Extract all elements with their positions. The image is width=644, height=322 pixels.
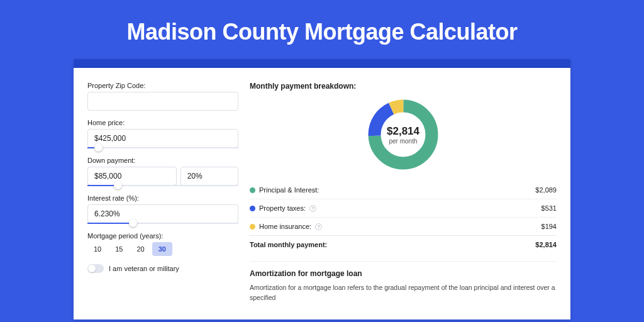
veteran-label: I am veteran or military (109, 265, 179, 272)
legend-dot-icon (250, 187, 255, 193)
period-option-10[interactable]: 10 (87, 242, 108, 256)
legend-row: Principal & Interest:$2,089 (250, 181, 557, 199)
period-label: Mortgage period (years): (87, 232, 238, 240)
total-label: Total monthly payment: (250, 241, 327, 248)
legend-label: Home insurance: (259, 223, 311, 230)
interest-rate-input[interactable] (87, 204, 238, 223)
amortization-heading: Amortization for mortgage loan (250, 269, 557, 278)
legend-amount: $194 (541, 223, 557, 230)
period-options: 10152030 (87, 242, 238, 256)
veteran-toggle[interactable] (87, 264, 104, 273)
breakdown-heading: Monthly payment breakdown: (250, 82, 557, 91)
calculator-card: Property Zip Code: Home price: Down paym… (74, 59, 570, 319)
legend-dot-icon (250, 224, 255, 230)
form-panel: Property Zip Code: Home price: Down paym… (87, 82, 238, 319)
info-icon[interactable]: ? (309, 205, 316, 212)
zip-input[interactable] (87, 92, 238, 111)
breakdown-donut-chart: $2,814 per month (365, 97, 441, 172)
down-payment-slider[interactable] (87, 185, 238, 186)
period-option-30[interactable]: 30 (152, 242, 172, 256)
down-payment-label: Down payment: (87, 157, 238, 164)
legend-amount: $2,089 (535, 186, 557, 194)
zip-label: Property Zip Code: (87, 82, 238, 89)
legend-total-row: Total monthly payment:$2,814 (250, 235, 557, 253)
donut-total: $2,814 (387, 125, 419, 138)
period-option-15[interactable]: 15 (109, 242, 129, 256)
legend-dot-icon (250, 206, 255, 211)
amortization-text: Amortization for a mortgage loan refers … (250, 283, 557, 303)
breakdown-panel: Monthly payment breakdown: $2,814 per mo… (250, 82, 557, 319)
down-payment-percent-input[interactable] (180, 167, 238, 186)
legend-amount: $531 (541, 204, 557, 212)
legend-row: Property taxes:?$531 (250, 199, 557, 217)
donut-subtext: per month (389, 138, 417, 145)
home-price-slider[interactable] (87, 147, 238, 148)
home-price-label: Home price: (87, 119, 238, 126)
period-option-20[interactable]: 20 (131, 242, 151, 256)
home-price-input[interactable] (87, 129, 238, 148)
amortization-section: Amortization for mortgage loan Amortizat… (250, 261, 557, 303)
total-amount: $2,814 (535, 241, 557, 248)
interest-rate-slider[interactable] (87, 223, 238, 224)
page-title: Madison County Mortgage Calculator (0, 19, 644, 45)
legend-label: Principal & Interest: (259, 186, 319, 194)
info-icon[interactable]: ? (315, 223, 322, 230)
legend-row: Home insurance:?$194 (250, 217, 557, 235)
interest-rate-label: Interest rate (%): (87, 194, 238, 202)
legend-label: Property taxes: (259, 204, 306, 212)
breakdown-legend: Principal & Interest:$2,089Property taxe… (250, 181, 557, 253)
down-payment-amount-input[interactable] (87, 167, 177, 186)
